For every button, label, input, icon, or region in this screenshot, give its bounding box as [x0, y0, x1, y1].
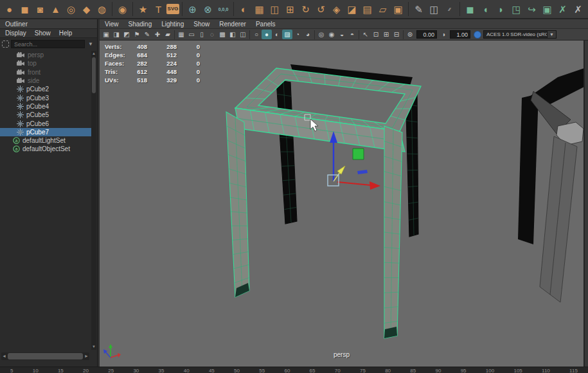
- outliner-vertical-scrollbar[interactable]: ▲ ▼: [91, 51, 96, 350]
- shadows-icon[interactable]: ◒: [337, 30, 347, 39]
- menu-help[interactable]: Help: [59, 30, 73, 37]
- menu-shading[interactable]: Shading: [129, 21, 152, 28]
- xray-icon[interactable]: ◕: [303, 30, 313, 39]
- reset-transform-icon[interactable]: ⊗: [200, 1, 215, 17]
- image-plane-icon[interactable]: ✎: [142, 30, 152, 39]
- uv-shell-a-icon[interactable]: ◖: [478, 1, 493, 17]
- 2d-pan-zoom-icon[interactable]: ✚: [152, 30, 163, 39]
- field-chart-icon[interactable]: ▩: [217, 30, 227, 39]
- outliner-item-pCube4[interactable]: pCube4: [0, 102, 91, 111]
- outliner-item-side[interactable]: side: [0, 77, 91, 85]
- scroll-down-icon[interactable]: ▼: [91, 344, 96, 350]
- menu-show[interactable]: Show: [193, 21, 209, 28]
- outliner-item-pCube7[interactable]: pCube7: [0, 128, 91, 136]
- mirror-icon[interactable]: ▣: [391, 1, 405, 17]
- combine-icon[interactable]: ◐: [236, 1, 251, 17]
- outliner-item-persp[interactable]: persp: [0, 51, 91, 59]
- outliner-horizontal-scrollbar[interactable]: ◄ ►: [1, 352, 89, 360]
- wireframe-on-shaded-icon[interactable]: ▨: [282, 30, 292, 39]
- uv-sew-icon[interactable]: ✗: [571, 1, 585, 17]
- outliner-item-pCube3[interactable]: pCube3: [0, 93, 91, 102]
- extrude-icon[interactable]: ▤: [360, 1, 375, 17]
- gamma-field[interactable]: [450, 30, 470, 39]
- fill-hole-icon[interactable]: ⊞: [283, 1, 298, 17]
- menu-renderer[interactable]: Renderer: [219, 21, 246, 28]
- poly-torus-icon[interactable]: ◎: [64, 1, 78, 17]
- scroll-right-icon[interactable]: ►: [84, 352, 89, 360]
- separate-icon[interactable]: ▦: [252, 1, 267, 17]
- menu-panels[interactable]: Panels: [256, 21, 276, 28]
- shelf-toolbar[interactable]: ●◼◙▲◎◆◍◉★TSVG⊕⊗0,0,0◐▦◫⊞↻↺◈◪▤▱▣✎◫∕∕◼◖◗◳↪…: [0, 0, 588, 19]
- outliner-item-defaultLightSet[interactable]: adefaultLightSet: [0, 136, 91, 145]
- menu-display[interactable]: Display: [5, 30, 26, 37]
- scrollbar-thumb[interactable]: [92, 57, 96, 93]
- gamma-icon[interactable]: ◑: [438, 30, 449, 39]
- use-all-lights-icon[interactable]: ◉: [326, 30, 337, 39]
- uv-automatic-icon[interactable]: ◳: [509, 1, 524, 17]
- textured-icon[interactable]: ◐: [272, 30, 282, 39]
- outliner-item-front[interactable]: front: [0, 68, 91, 77]
- poly-sphere-icon[interactable]: ●: [2, 1, 17, 17]
- grease-pencil-icon[interactable]: ▰: [163, 30, 173, 39]
- camera-attributes-icon[interactable]: ◩: [121, 30, 132, 39]
- camera-select-icon[interactable]: ▣: [101, 30, 111, 39]
- poly-plane-icon[interactable]: ◆: [79, 1, 94, 17]
- uv-cut-icon[interactable]: ✗: [555, 1, 570, 17]
- uv-planar-icon[interactable]: ◼: [463, 1, 477, 17]
- colorspace-dropdown[interactable]: ACES 1.0 SDR-video (sRGB): [483, 30, 548, 39]
- menu-show[interactable]: Show: [35, 30, 51, 37]
- film-gate-icon[interactable]: ▭: [186, 30, 197, 39]
- poly-cone-icon[interactable]: ▲: [48, 1, 63, 17]
- poly-cube-icon[interactable]: ◼: [17, 1, 32, 17]
- outliner-item-top[interactable]: top: [0, 59, 91, 68]
- connect-icon[interactable]: ∕∕: [442, 1, 457, 17]
- menu-view[interactable]: View: [105, 21, 119, 28]
- outliner-item-defaultObjectSet[interactable]: adefaultObjectSet: [0, 145, 91, 153]
- outliner-item-pCube6[interactable]: pCube6: [0, 119, 91, 127]
- boolean-icon[interactable]: ◫: [267, 1, 282, 17]
- occlusion-icon[interactable]: ◓: [347, 30, 357, 39]
- safe-action-icon[interactable]: ◧: [227, 30, 238, 39]
- svg-tool-icon[interactable]: SVG: [166, 4, 179, 14]
- menu-lighting[interactable]: Lighting: [161, 21, 184, 28]
- smooth-icon[interactable]: ↻: [298, 1, 313, 17]
- outliner-item-pCube5[interactable]: pCube5: [0, 111, 91, 119]
- colorspace-dropdown-arrow-icon[interactable]: ▼: [548, 30, 557, 39]
- time-slider[interactable]: 5101520253035404550556065707580859095100…: [0, 367, 588, 373]
- isolate-remove-icon[interactable]: ⊟: [391, 30, 402, 39]
- outliner-item-pCube2[interactable]: pCube2: [0, 85, 91, 93]
- bevel-icon[interactable]: ◪: [344, 1, 359, 17]
- quad-draw-icon[interactable]: ▱: [375, 1, 390, 17]
- scroll-up-icon[interactable]: ▲: [91, 51, 96, 57]
- type-tool-icon[interactable]: T: [151, 1, 166, 17]
- grid-icon[interactable]: ▦: [176, 30, 186, 39]
- color-management-icon[interactable]: [474, 31, 481, 39]
- exposure-field[interactable]: [416, 30, 437, 39]
- resolution-gate-icon[interactable]: ▯: [197, 30, 207, 39]
- scroll-left-icon[interactable]: ◄: [1, 352, 7, 360]
- multi-cut-icon[interactable]: ✎: [411, 1, 426, 17]
- select-cursor-icon[interactable]: ↖: [361, 30, 371, 39]
- poly-cylinder-icon[interactable]: ◙: [33, 1, 48, 17]
- exposure-icon[interactable]: ⊛: [405, 30, 415, 39]
- scrollbar-thumb[interactable]: [8, 353, 83, 359]
- uv-editor-icon[interactable]: ▣: [540, 1, 555, 17]
- center-pivot-icon[interactable]: 0,0,0: [216, 1, 231, 17]
- default-material-icon[interactable]: ◔: [292, 30, 303, 39]
- reverse-icon[interactable]: ↺: [314, 1, 328, 17]
- show-manipulator-icon[interactable]: ⊕: [185, 1, 200, 17]
- bridge-icon[interactable]: ◫: [427, 1, 441, 17]
- bookmark-icon[interactable]: ⚑: [132, 30, 142, 39]
- use-default-lighting-icon[interactable]: ◎: [316, 30, 326, 39]
- search-input[interactable]: [11, 40, 85, 48]
- filter-icon[interactable]: [2, 41, 9, 48]
- camera-lock-icon[interactable]: ◨: [111, 30, 121, 39]
- search-options-dropdown-icon[interactable]: ▼: [87, 41, 94, 47]
- gate-mask-icon[interactable]: ◌: [207, 30, 217, 39]
- sweep-mesh-icon[interactable]: ★: [136, 1, 150, 17]
- isolate-select-icon[interactable]: ⊡: [371, 30, 381, 39]
- interactive-create-icon[interactable]: ◉: [115, 1, 130, 17]
- uv-unfold-icon[interactable]: ↪: [524, 1, 539, 17]
- wireframe-icon[interactable]: ○: [251, 30, 262, 39]
- safe-title-icon[interactable]: ◫: [238, 30, 248, 39]
